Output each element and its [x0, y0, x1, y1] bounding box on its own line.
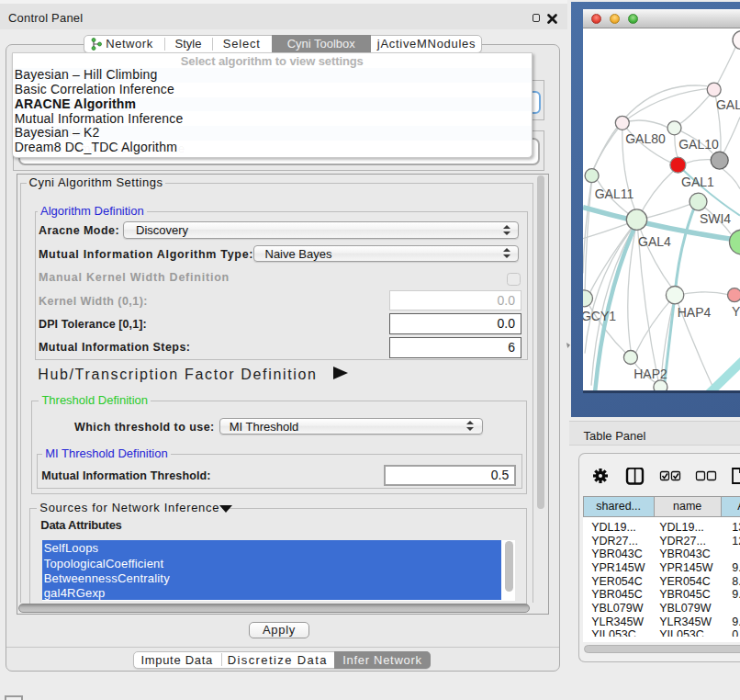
svg-text:GAL11: GAL11: [595, 186, 634, 201]
svg-text:HAP4: HAP4: [678, 305, 712, 320]
svg-text:GAL1: GAL1: [681, 175, 714, 189]
svg-text:GCY1: GCY1: [583, 309, 616, 323]
svg-text:HAP2: HAP2: [633, 367, 667, 381]
svg-text:GAL7: GAL7: [716, 97, 740, 112]
svg-text:Y: Y: [732, 304, 740, 319]
svg-text:GAL4: GAL4: [638, 234, 671, 249]
svg-text:GAL80: GAL80: [625, 131, 666, 146]
svg-text:SWI4: SWI4: [700, 211, 731, 226]
svg-text:GAL10: GAL10: [678, 137, 719, 152]
